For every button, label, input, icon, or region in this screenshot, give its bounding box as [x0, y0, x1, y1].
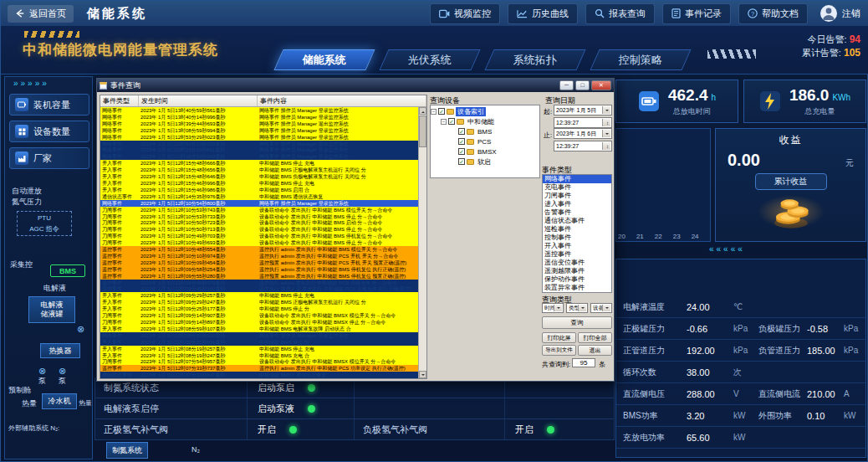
maximize-button[interactable]: □	[575, 80, 590, 90]
sort-device-select[interactable]: 设备↑	[590, 303, 612, 313]
minimize-button[interactable]: ─	[559, 80, 574, 90]
from-time-spinner[interactable]: 12:39:27	[554, 117, 612, 128]
event-table-row[interactable]: 刀闸事件 2023年 1月 5日12时09分14秒897毫秒 设备联动命令 发出…	[100, 319, 418, 326]
nav-tab[interactable]: 系统拓扑	[484, 49, 585, 70]
event-table-row[interactable]: 遥控事件 2023年 1月 5日12时10分09秒454毫秒 遥控预置 admi…	[100, 259, 418, 266]
to-date-select[interactable]: 2023年 1月 6日	[554, 128, 612, 139]
event-table-row[interactable]: 刀闸事件 2023年 1月 5日12时10分49秒693毫秒 设备联动命令 发出…	[100, 239, 418, 246]
tree-expander[interactable]: −	[441, 119, 447, 125]
event-table-row[interactable]: 刀闸事件 2023年 1月 5日12时09分14秒907毫秒 设备联动命令 发出…	[100, 312, 418, 319]
back-home-button[interactable]: 返回首页	[8, 5, 74, 23]
event-table-row[interactable]: 刀闸事件 2023年 1月 5日12时10分50秒723毫秒 设备联动命令 发出…	[100, 219, 418, 226]
event-type-option[interactable]: 遥控事件	[543, 250, 611, 259]
event-table-row[interactable]: 开入事件 2023年 1月 5日12时15分48秒646毫秒 中和储能 BMS …	[100, 173, 418, 180]
event-table-row[interactable]: 网络事件 2023年 1月 5日12时23分29秒811毫秒 网络事件 操作员 …	[100, 146, 418, 153]
help-doc-button[interactable]: ? 帮助文档	[738, 3, 808, 24]
cumulative-revenue-button[interactable]: 累计收益	[755, 173, 827, 190]
event-table-row[interactable]: 开入事件 2023年 1月 5日12时15分46秒996毫秒 中和储能 BMS …	[100, 180, 418, 187]
event-table-row[interactable]: 遥控事件 2023年 1月 5日12时10分10秒974毫秒 遥控执行 admi…	[100, 253, 418, 259]
nav-tab[interactable]: 储能系统	[273, 49, 375, 70]
event-table-row[interactable]: 刀闸事件 2023年 1月 5日12时07分54秒957毫秒 设备联动命令 发出…	[100, 358, 418, 365]
tree-checkbox[interactable]: ✓	[458, 138, 465, 145]
col-event-content[interactable]: 事件内容	[258, 95, 426, 106]
event-type-option[interactable]: 开入事件	[543, 242, 611, 250]
event-table-row[interactable]: 开入事件 2023年 1月 5日12时09分29秒247毫秒 中和储能 BMS …	[100, 299, 418, 305]
user-area[interactable]: 注销	[820, 5, 860, 22]
sidebar-item-manufacturer[interactable]: 厂家	[9, 147, 89, 169]
event-table-row[interactable]: 遥控事件 2023年 1月 5日12时10分48秒554毫秒 遥控执行 admi…	[100, 246, 418, 253]
event-table-row[interactable]: 通信状态事件 2023年 1月 5日12时14分35秒976毫秒 中和储能 BM…	[100, 193, 418, 200]
event-table-row[interactable]: 遥控事件 2023年 1月 5日12时09分49秒970毫秒 遥控执行 admi…	[100, 280, 418, 286]
nav-tab[interactable]: 控制策略	[590, 49, 691, 70]
report-query-button[interactable]: 报表查询	[585, 3, 655, 24]
event-type-option[interactable]: 刀闸事件	[543, 192, 611, 200]
event-record-button[interactable]: 事件记录	[662, 3, 731, 24]
tree-checkbox[interactable]: ✓	[448, 118, 455, 125]
event-type-option[interactable]: 保护动作事件	[543, 275, 611, 284]
event-table-row[interactable]: 网络事件 2023年 1月 5日12时08分55秒100毫秒 网络事件 操作员 …	[100, 332, 418, 339]
event-table-row[interactable]: 开入事件 2023年 1月 5日12时09分29秒257毫秒 中和储能 BMS …	[100, 292, 418, 299]
event-type-option[interactable]: 充电事件	[543, 183, 611, 192]
event-table-row[interactable]: 开入事件 2023年 1月 5日12时15分46秒986毫秒 中和储能 BMS …	[100, 187, 418, 193]
event-table-row[interactable]: 网络事件 2023年 1月 5日13时40分59秒561毫秒 网络事件 操作员 …	[100, 107, 418, 114]
event-table-row[interactable]: 开入事件 2023年 1月 5日12时08分59秒107毫秒 中和储能 BMS …	[100, 326, 418, 332]
event-table-row[interactable]: 遥控事件 2023年 1月 5日12时09分55秒280毫秒 遥控预置 admi…	[100, 273, 418, 280]
event-type-option[interactable]: 装置异常事件	[543, 284, 611, 292]
sidebar-item-device-count[interactable]: 设备数量	[9, 121, 89, 142]
tree-checkbox[interactable]: ✓	[438, 108, 445, 115]
event-table-row[interactable]: 开入事件 2023年 1月 5日12时08分19秒247毫秒 中和储能 BMS …	[100, 352, 418, 359]
tree-item[interactable]: ✓ BMS	[431, 126, 539, 136]
tree-checkbox[interactable]: ✓	[458, 128, 465, 135]
exit-button[interactable]: 退出	[578, 345, 612, 356]
tree-checkbox[interactable]: ✓	[458, 148, 465, 155]
event-table-row[interactable]: 遥控事件 2023年 1月 5日12时09分58秒254毫秒 遥控执行 admi…	[100, 266, 418, 273]
event-table-row[interactable]: 遥控事件 2023年 1月 5日12时07分33秒737毫秒 遥控执行 admi…	[100, 365, 418, 372]
event-table-row[interactable]: 开入事件 2023年 1月 5日12时09分25秒177毫秒 中和储能 BMS …	[100, 305, 418, 312]
event-table-row[interactable]: 开入事件 2023年 1月 5日12时08分31秒491毫秒 中和储能 BMS …	[100, 339, 418, 346]
tree-item[interactable]: ✓ PCS	[431, 136, 539, 146]
event-table-row[interactable]: 网络事件 2023年 1月 5日13时39分44秒693毫秒 网络事件 操作员 …	[100, 121, 418, 127]
event-table-row[interactable]: 刀闸事件 2023年 1月 5日12时10分53秒743毫秒 设备联动命令 发出…	[100, 207, 418, 213]
event-table-row[interactable]: 开入事件 2023年 1月 5日12时15分48秒656毫秒 中和储能 BMS …	[100, 167, 418, 173]
event-type-option[interactable]: 遥测越限事件	[543, 267, 611, 275]
query-button[interactable]: 查询	[542, 316, 612, 329]
dialog-title-bar[interactable]: 事件查询 ─ □ ✕	[97, 79, 614, 92]
event-table-row[interactable]: 刀闸事件 2023年 1月 5日12时10分50秒713毫秒 设备联动命令 发出…	[100, 226, 418, 233]
print-screen-button[interactable]: 打印此屏	[542, 332, 576, 343]
event-table-row[interactable]: 网络事件 2023年 1月 5日12时51分10秒300毫秒 网络事件 操作员 …	[100, 141, 418, 147]
sort-time-select[interactable]: 时间↑	[542, 303, 564, 313]
event-table-row[interactable]: 网络事件 2023年 1月 5日12时10分54秒800毫秒 网络事件 操作员 …	[100, 200, 418, 207]
col-event-type[interactable]: 事件类型	[100, 95, 139, 106]
event-table-row[interactable]: 网络事件 2023年 1月 5日13时40分14秒996毫秒 网络事件 操作员 …	[100, 114, 418, 121]
from-date-select[interactable]: 2023年 1月 5日	[554, 105, 612, 116]
event-table-row[interactable]: 网络事件 2023年 1月 5日13时08分59秒994毫秒 网络事件 操作员 …	[100, 127, 418, 134]
sidebar-item-installed-capacity[interactable]: 装机容量	[9, 94, 89, 116]
event-table-row[interactable]: 开入事件 2023年 1月 5日12时08分19秒257毫秒 中和储能 BMS …	[100, 346, 418, 352]
video-monitor-button[interactable]: 视频监控	[430, 3, 500, 24]
tree-item[interactable]: ✓ 软启	[431, 157, 539, 167]
event-table-row[interactable]: 网络事件 2023年 1月 5日12时18分59秒343毫秒 网络事件 操作员 …	[100, 153, 418, 160]
export-file-button[interactable]: 导出到文件	[542, 345, 576, 356]
tree-item[interactable]: − ✓ 设备索引	[431, 106, 539, 116]
sort-type-select[interactable]: 类型↑	[566, 303, 588, 313]
scroll-down-arrow[interactable]	[419, 371, 426, 378]
event-table-row[interactable]: 网络事件 2023年 1月 5日12时53分29秒023毫秒 网络事件 操作员 …	[100, 134, 418, 141]
tree-expander[interactable]: −	[431, 109, 437, 115]
nav-tab[interactable]: 光伏系统	[379, 49, 480, 70]
event-type-option[interactable]: 巡检事件	[543, 225, 611, 234]
event-table-row[interactable]: 开入事件 2023年 1月 5日12时15分48秒666毫秒 中和储能 BMS …	[100, 160, 418, 167]
logout-label[interactable]: 注销	[842, 8, 860, 20]
to-time-spinner[interactable]: 12:39:27	[554, 141, 612, 151]
scroll-up-arrow[interactable]	[419, 107, 426, 115]
tree-item[interactable]: ✓ BMSX	[431, 146, 539, 157]
vertical-scrollbar[interactable]	[418, 107, 426, 378]
event-type-option[interactable]: 控制事件	[543, 234, 611, 242]
event-type-option[interactable]: 遥信变位事件	[543, 259, 611, 267]
event-type-option[interactable]: 进入事件	[543, 200, 611, 208]
event-type-option[interactable]: 通信状态事件	[543, 217, 611, 225]
event-table-row[interactable]: 刀闸事件 2023年 1月 5日12时10分53秒733毫秒 设备联动命令 发出…	[100, 213, 418, 220]
history-curve-button[interactable]: 历史曲线	[508, 3, 578, 24]
event-table-row[interactable]: 刀闸事件 2023年 1月 5日12时10分49秒703毫秒 设备联动命令 发出…	[100, 233, 418, 239]
event-table-row[interactable]: 通信状态事件 2023年 1月 5日12时07分10秒647毫秒 中和储能 BM…	[100, 372, 418, 378]
event-type-option[interactable]: 网络事件	[543, 175, 611, 183]
